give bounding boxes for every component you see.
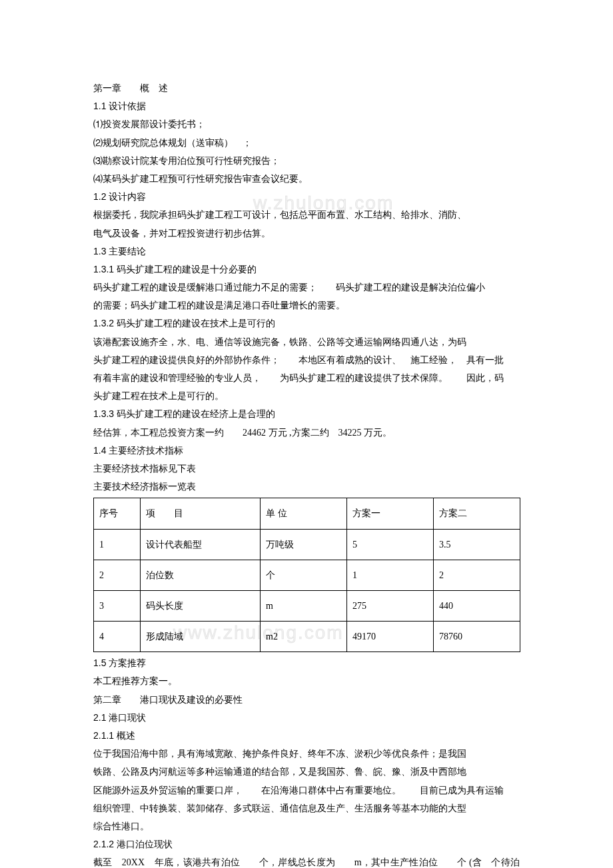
line-2-1-1-c: 区能源外运及外贸运输的重要口岸， 在沿海港口群体中占有重要地位。 目前已成为具有… <box>93 782 520 799</box>
item-1-1-4: ⑷某码头扩建工程预可行性研究报告审查会议纪要。 <box>93 171 520 187</box>
heading-1-4: 1.4 主要经济技术指标 <box>93 442 520 459</box>
indicators-table: 序号 项 目 单 位 方案一 方案二 1 设计代表船型 万吨级 5 3.5 2 … <box>93 498 520 652</box>
item-1-1-1: ⑴投资发展部设计委托书； <box>93 116 520 133</box>
cell: 形成陆域 <box>141 622 261 652</box>
line-2-1-1-d: 组织管理、中转换装、装卸储存、多式联运、通信信息及生产、生活服务等基本功能的大型 <box>93 800 520 817</box>
cell: 5 <box>347 529 434 560</box>
heading-1-3-2: 1.3.2 码头扩建工程的建设在技术上是可行的 <box>93 315 520 332</box>
line-1-3-1-a: 码头扩建工程的建设是缓解港口通过能力不足的需要； 码头扩建工程的建设是解决泊位偏… <box>93 279 520 296</box>
chapter2-title: 第二章 港口现状及建设的必要性 <box>93 691 520 708</box>
cell: 3 <box>94 590 141 621</box>
th-plan1: 方案一 <box>347 498 434 529</box>
heading-1-2: 1.2 设计内容 <box>93 189 520 205</box>
heading-1-5: 1.5 方案推荐 <box>93 655 520 671</box>
heading-1-3-3: 1.3.3 码头扩建工程的建设在经济上是合理的 <box>93 406 520 422</box>
th-item: 项 目 <box>141 498 261 529</box>
cell: 1 <box>347 560 434 590</box>
table-header-row: 序号 项 目 单 位 方案一 方案二 <box>94 498 520 529</box>
cell: 4 <box>94 622 141 652</box>
cell: m2 <box>261 622 347 652</box>
cell: 3.5 <box>434 529 520 560</box>
cell: 275 <box>347 590 434 621</box>
line-1-5: 本工程推荐方案一。 <box>93 673 520 689</box>
item-1-1-3: ⑶勘察设计院某专用泊位预可行性研究报告； <box>93 153 520 169</box>
heading-1-3-1: 1.3.1 码头扩建工程的建设是十分必要的 <box>93 261 520 278</box>
table-row: 3 码头长度 m 275 440 <box>94 590 520 621</box>
cell: 440 <box>434 590 520 621</box>
th-seq: 序号 <box>94 498 141 529</box>
line-1-4-a: 主要经济技术指标见下表 <box>93 460 520 477</box>
cell: 个 <box>261 560 347 590</box>
line-1-3-2-a: 该港配套设施齐全，水、电、通信等设施完备，铁路、公路等交通运输网络四通八达，为码 <box>93 334 520 350</box>
line-2-1-1-e: 综合性港口。 <box>93 818 520 835</box>
table-row: 4 形成陆域 m2 49170 78760 <box>94 622 520 652</box>
line-1-3-2-b: 头扩建工程的建设提供良好的外部协作条件； 本地区有着成熟的设计、 施工经验， 具… <box>93 352 520 368</box>
cell: m <box>261 590 347 621</box>
cell: 设计代表船型 <box>141 529 261 560</box>
line-1-2-a: 根据委托，我院承担码头扩建工程工可设计，包括总平面布置、水工结构、给排水、消防、 <box>93 207 520 223</box>
heading-1-3: 1.3 主要结论 <box>93 243 520 260</box>
cell: 49170 <box>347 622 434 652</box>
table-row: 2 泊位数 个 1 2 <box>94 560 520 590</box>
heading-2-1-1: 2.1.1 概述 <box>93 727 520 744</box>
line-1-3-3: 经估算，本工程总投资方案一约 24462 万元 ,方案二约 34225 万元。 <box>93 424 520 441</box>
line-2-1-1-b: 铁路、公路及内河航运等多种运输通道的结合部，又是我国苏、鲁、皖、豫、浙及中西部地 <box>93 763 520 780</box>
cell: 2 <box>94 560 141 590</box>
cell: 2 <box>434 560 520 590</box>
th-unit: 单 位 <box>261 498 347 529</box>
line-1-4-b: 主要技术经济指标一览表 <box>93 478 520 495</box>
cell: 码头长度 <box>141 590 261 621</box>
cell: 万吨级 <box>261 529 347 560</box>
chapter1-title: 第一章 概 述 <box>93 80 520 97</box>
heading-2-1-2: 2.1.2 港口泊位现状 <box>93 836 520 853</box>
line-1-3-1-b: 的需要；码头扩建工程的建设是满足港口吞吐量增长的需要。 <box>93 297 520 314</box>
table-row: 1 设计代表船型 万吨级 5 3.5 <box>94 529 520 560</box>
line-2-1-1-a: 位于我国沿海中部，具有海域宽敞、掩护条件良好、终年不冻、淤积少等优良条件；是我国 <box>93 745 520 762</box>
heading-2-1: 2.1 港口现状 <box>93 709 520 726</box>
line-1-3-2-d: 头扩建工程在技术上是可行的。 <box>93 388 520 404</box>
cell: 1 <box>94 529 141 560</box>
th-plan2: 方案二 <box>434 498 520 529</box>
cell: 泊位数 <box>141 560 261 590</box>
cell: 78760 <box>434 622 520 652</box>
line-1-2-b: 电气及设备，并对工程投资进行初步估算。 <box>93 225 520 242</box>
line-2-1-2: 截至 20XX 年底，该港共有泊位 个，岸线总长度为 m，其中生产性泊位 个 (… <box>93 854 520 868</box>
heading-1-1: 1.1 设计依据 <box>93 98 520 115</box>
item-1-1-2: ⑵规划研究院总体规划（送审稿） ； <box>93 135 520 151</box>
line-1-3-2-c: 有着丰富的建设和管理经验的专业人员， 为码头扩建工程的建设提供了技术保障。 因此… <box>93 370 520 386</box>
